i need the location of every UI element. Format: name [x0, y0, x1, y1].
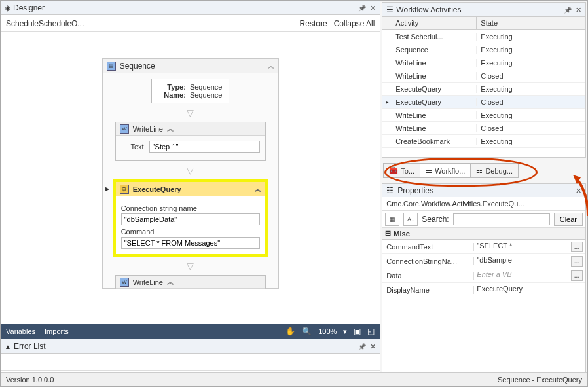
writeline-icon: W: [120, 278, 129, 287]
activity-name: Test Schedul...: [392, 33, 477, 41]
properties-icon: ☷: [386, 186, 394, 195]
property-row[interactable]: DataEnter a VB...: [382, 268, 585, 283]
ellipsis-button[interactable]: ...: [571, 256, 583, 267]
sequence-title: Sequence: [120, 62, 155, 71]
property-value[interactable]: "dbSample: [477, 256, 570, 267]
property-value[interactable]: "SELECT *: [477, 242, 570, 252]
activity-state: Executing: [477, 46, 585, 54]
flow-arrow-icon: ▽: [187, 261, 194, 271]
property-name: ConnectionStringNa...: [382, 257, 474, 265]
zoom-value[interactable]: 100%: [318, 327, 337, 335]
close-icon[interactable]: [370, 342, 376, 351]
connection-input[interactable]: [121, 213, 260, 225]
chevron-up-icon[interactable]: ︽: [255, 185, 261, 194]
activity-row[interactable]: SequenceExecuting: [382, 43, 585, 56]
ellipsis-button[interactable]: ...: [571, 270, 583, 281]
error-list-body: [1, 354, 380, 371]
breadcrumb[interactable]: ScheduleScheduleO...: [6, 19, 84, 28]
properties-title: Properties: [397, 186, 433, 195]
activity-row[interactable]: ExecuteQueryExecuting: [382, 83, 585, 96]
activity-row[interactable]: CreateBookmarkExecuting: [382, 135, 585, 148]
designer-icon: ◈: [5, 3, 10, 12]
activity-name: WriteLine: [392, 59, 477, 67]
activity-state: Executing: [477, 111, 585, 119]
debug-icon: ☷: [476, 166, 483, 175]
list-icon: ☰: [386, 5, 394, 14]
pin-icon[interactable]: [358, 342, 366, 351]
activity-state: Executing: [477, 33, 585, 41]
executequery-icon: ⛁: [120, 185, 129, 194]
activity-row[interactable]: WriteLineExecuting: [382, 56, 585, 69]
activity-row[interactable]: WriteLineClosed: [382, 69, 585, 83]
zoom-icon[interactable]: 🔍: [302, 327, 312, 336]
close-icon[interactable]: [370, 3, 376, 12]
properties-type: Cmc.Core.Workflow.Activities.ExecuteQu..…: [382, 197, 585, 211]
activity-state: Closed: [477, 98, 585, 106]
error-list-title: Error List: [14, 342, 46, 351]
workflow-tab[interactable]: ☰Workflo...: [420, 163, 471, 178]
ellipsis-button[interactable]: ...: [571, 242, 583, 252]
activity-row[interactable]: Test Schedul...Executing: [382, 30, 585, 43]
properties-panel: ☷ Properties Cmc.Core.Workflow.Activitie…: [382, 183, 586, 385]
flow-arrow-icon: ▽: [187, 165, 194, 175]
properties-search-input[interactable]: [453, 213, 550, 225]
activity-name: WriteLine: [392, 124, 477, 132]
writeline-activity[interactable]: W WriteLine ︽ Text: [115, 122, 266, 161]
breadcrumb-bar: ScheduleScheduleO... Restore Collapse Al…: [1, 15, 380, 32]
alphabetical-button[interactable]: [403, 213, 418, 226]
designer-canvas[interactable]: ▤ Sequence ︽ Type:Sequence Name:Sequence…: [1, 32, 380, 324]
command-input[interactable]: [121, 237, 260, 249]
flow-arrow-icon: ▽: [187, 107, 194, 118]
activity-row[interactable]: ▸ExecuteQueryClosed: [382, 96, 585, 109]
writeline-text-input[interactable]: [149, 141, 260, 153]
activity-row[interactable]: WriteLineClosed: [382, 122, 585, 135]
writeline-activity[interactable]: W WriteLine ︽: [115, 275, 266, 289]
fit-icon[interactable]: ▣: [354, 327, 361, 336]
command-label: Command: [121, 228, 260, 236]
collapse-all-link[interactable]: Collapse All: [334, 19, 375, 28]
status-path: Sequence - ExecuteQuery: [498, 376, 582, 384]
sequence-activity[interactable]: ▤ Sequence ︽ Type:Sequence Name:Sequence…: [102, 58, 279, 289]
close-icon[interactable]: [576, 186, 581, 195]
variables-tab[interactable]: Variables: [6, 327, 35, 335]
toolbox-tab[interactable]: 🧰To...: [383, 163, 420, 178]
overview-icon[interactable]: ◰: [367, 327, 375, 336]
clear-button[interactable]: Clear: [554, 213, 583, 226]
property-row[interactable]: CommandText"SELECT * ...: [382, 240, 585, 254]
activity-name: ExecuteQuery: [392, 85, 477, 93]
chevron-up-icon[interactable]: ︽: [268, 62, 274, 71]
chevron-up-icon[interactable]: ︽: [167, 124, 174, 134]
property-row[interactable]: DisplayNameExecuteQuery: [382, 283, 585, 297]
activity-state: Closed: [477, 72, 585, 80]
restore-link[interactable]: Restore: [300, 19, 327, 28]
property-value[interactable]: Enter a VB: [477, 270, 570, 281]
executequery-activity[interactable]: ⛁ ExecuteQuery ︽ Connection string name …: [113, 179, 268, 257]
list-icon: ☰: [426, 166, 432, 175]
pan-icon[interactable]: ✋: [285, 327, 295, 336]
property-value[interactable]: ExecuteQuery: [477, 285, 583, 295]
property-row[interactable]: ConnectionStringNa..."dbSample...: [382, 254, 585, 268]
chevron-up-icon[interactable]: ︽: [167, 277, 174, 287]
writeline-icon: W: [120, 124, 129, 134]
activity-name: Sequence: [392, 46, 477, 54]
property-name: CommandText: [382, 243, 474, 251]
imports-tab[interactable]: Imports: [45, 327, 69, 335]
pin-icon[interactable]: [564, 5, 572, 14]
state-column[interactable]: State: [477, 17, 585, 29]
activity-column[interactable]: Activity: [392, 17, 477, 29]
categorized-button[interactable]: ▦: [385, 213, 399, 226]
debug-tab[interactable]: ☷Debug...: [470, 163, 519, 178]
activity-name: WriteLine: [392, 111, 477, 119]
activity-name: WriteLine: [392, 72, 477, 80]
zoom-dropdown-icon[interactable]: ▾: [343, 327, 347, 336]
activity-row[interactable]: WriteLineExecuting: [382, 109, 585, 122]
search-label: Search:: [422, 215, 449, 224]
collapse-icon[interactable]: ⊟: [385, 229, 391, 238]
misc-category[interactable]: ⊟Misc: [382, 228, 585, 240]
activities-table-header: Activity State: [382, 17, 585, 30]
pin-icon[interactable]: [358, 3, 366, 12]
version-label: Version 1.0.0.0: [6, 376, 54, 384]
status-bar: Version 1.0.0.0 Sequence - ExecuteQuery: [1, 372, 587, 386]
connection-label: Connection string name: [121, 204, 260, 212]
close-icon[interactable]: [576, 5, 581, 14]
